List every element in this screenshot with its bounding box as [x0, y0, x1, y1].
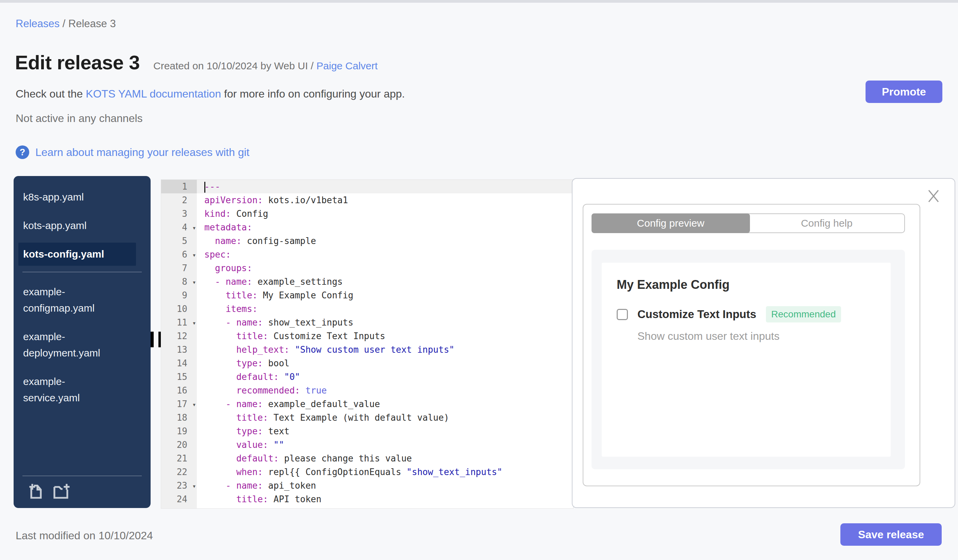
- sidebar-file-example-deployment.yaml[interactable]: example-deployment.yaml: [14, 325, 129, 365]
- code-line[interactable]: 16 recommended: true: [161, 384, 573, 397]
- line-number: 8▾: [161, 275, 197, 288]
- code-line[interactable]: 11▾ - name: show_text_inputs: [161, 316, 573, 329]
- line-number: 7: [161, 261, 197, 275]
- customize-text-inputs-checkbox[interactable]: [617, 309, 628, 320]
- code-text: ---: [197, 180, 573, 193]
- code-line[interactable]: 22 when: repl{{ ConfigOptionEquals "show…: [161, 465, 573, 479]
- add-folder-icon[interactable]: [53, 483, 71, 500]
- tab-config-help[interactable]: Config help: [749, 214, 904, 233]
- fold-arrow-icon[interactable]: ▾: [192, 221, 196, 234]
- line-number: 15: [161, 370, 197, 384]
- code-line[interactable]: 13 help_text: "Show custom user text inp…: [161, 343, 573, 356]
- code-text: help_text: "Show custom user text inputs…: [197, 343, 573, 356]
- code-line[interactable]: 24 title: API token: [161, 492, 573, 506]
- sidebar-file-kots-app.yaml[interactable]: kots-app.yaml: [14, 214, 129, 237]
- code-line[interactable]: 4▾metadata:: [161, 220, 573, 234]
- code-line[interactable]: 20 value: "": [161, 438, 573, 452]
- code-text: name: config-sample: [197, 234, 573, 248]
- code-line[interactable]: 23▾ - name: api_token: [161, 479, 573, 492]
- line-number: 20: [161, 438, 197, 452]
- code-line[interactable]: 3kind: Config: [161, 207, 573, 220]
- fold-arrow-icon[interactable]: ▾: [192, 316, 196, 330]
- code-line[interactable]: 12 title: Customize Text Inputs: [161, 329, 573, 343]
- line-number: 16: [161, 384, 197, 397]
- created-author-link[interactable]: Paige Calvert: [317, 60, 378, 71]
- config-item-label: Customize Text Inputs: [638, 308, 757, 321]
- fold-arrow-icon[interactable]: ▾: [192, 479, 196, 493]
- code-line[interactable]: 6▾spec:: [161, 248, 573, 261]
- code-line[interactable]: 8▾ - name: example_settings: [161, 275, 573, 288]
- line-number: 24: [161, 492, 197, 506]
- breadcrumb-releases-link[interactable]: Releases: [16, 18, 59, 30]
- breadcrumb-current: Release 3: [68, 18, 116, 30]
- line-number: 11▾: [161, 316, 197, 329]
- sidebar-bottom-divider: [22, 476, 142, 476]
- preview-tabs: Config preview Config help: [592, 214, 905, 233]
- code-line[interactable]: 17▾ - name: example_default_value: [161, 397, 573, 411]
- sidebar-file-example-service.yaml[interactable]: example-service.yaml: [14, 370, 129, 410]
- config-group-card: My Example Config Customize Text Inputs …: [602, 263, 891, 457]
- code-line[interactable]: 21 default: please change this value: [161, 452, 573, 465]
- code-line[interactable]: 2apiVersion: kots.io/v1beta1: [161, 193, 573, 207]
- code-line[interactable]: 19 type: text: [161, 424, 573, 438]
- code-text: - name: show_text_inputs: [197, 316, 573, 329]
- line-number: 18: [161, 411, 197, 424]
- code-text: - name: example_default_value: [197, 397, 573, 411]
- line-number: 5: [161, 234, 197, 248]
- sidebar-file-example-configmap.yaml[interactable]: example-configmap.yaml: [14, 280, 129, 320]
- code-line[interactable]: 1---: [161, 180, 573, 193]
- top-border-strip: [0, 0, 958, 3]
- line-number: 12: [161, 329, 197, 343]
- line-number: 3: [161, 207, 197, 220]
- close-icon[interactable]: [926, 188, 941, 203]
- sidebar-file-k8s-app.yaml[interactable]: k8s-app.yaml: [14, 185, 129, 209]
- config-preview-panel: Config preview Config help My Example Co…: [572, 178, 955, 508]
- code-text: type: password: [197, 506, 573, 509]
- code-text: apiVersion: kots.io/v1beta1: [197, 193, 573, 207]
- fold-arrow-icon[interactable]: ▾: [192, 248, 196, 262]
- line-number: 17▾: [161, 397, 197, 411]
- fold-arrow-icon[interactable]: ▾: [192, 275, 196, 289]
- line-number: 10: [161, 302, 197, 316]
- code-text: recommended: true: [197, 384, 573, 397]
- release-editor-area: k8s-app.yamlkots-app.yamlkots-config.yam…: [14, 176, 944, 509]
- fold-arrow-icon[interactable]: ▾: [192, 397, 196, 411]
- code-text: default: please change this value: [197, 452, 573, 465]
- line-number: 4▾: [161, 220, 197, 234]
- git-releases-link[interactable]: Learn about managing your releases with …: [35, 146, 249, 159]
- created-text: Created on 10/10/2024 by Web UI /: [153, 60, 317, 71]
- code-text: default: "0": [197, 370, 573, 384]
- line-number: 2: [161, 193, 197, 207]
- breadcrumb-separator: /: [59, 18, 68, 30]
- code-line[interactable]: 15 default: "0": [161, 370, 573, 384]
- config-preview-surface: My Example Config Customize Text Inputs …: [592, 250, 905, 469]
- code-line[interactable]: 18 title: Text Example (with default val…: [161, 411, 573, 424]
- code-text: kind: Config: [197, 207, 573, 220]
- line-number: 25: [161, 506, 197, 509]
- code-line[interactable]: 9 title: My Example Config: [161, 288, 573, 302]
- kots-yaml-doc-link[interactable]: KOTS YAML documentation: [86, 88, 221, 100]
- code-line[interactable]: 14 type: bool: [161, 356, 573, 370]
- promote-button[interactable]: Promote: [866, 81, 942, 103]
- code-text: when: repl{{ ConfigOptionEquals "show_te…: [197, 465, 573, 479]
- code-text: title: Text Example (with default value): [197, 411, 573, 424]
- code-line[interactable]: 10 items:: [161, 302, 573, 316]
- config-item-help-text: Show custom user text inputs: [638, 330, 780, 343]
- created-info: Created on 10/10/2024 by Web UI / Paige …: [153, 60, 378, 72]
- code-editor[interactable]: 1---2apiVersion: kots.io/v1beta13kind: C…: [161, 179, 574, 509]
- code-line[interactable]: 7 groups:: [161, 261, 573, 275]
- code-text: title: My Example Config: [197, 288, 573, 302]
- code-line[interactable]: 25 type: password: [161, 506, 573, 509]
- code-line[interactable]: 5 name: config-sample: [161, 234, 573, 248]
- add-file-icon[interactable]: [29, 483, 44, 500]
- channel-status: Not active in any channels: [16, 112, 143, 125]
- page-title: Edit release 3: [15, 51, 140, 74]
- sidebar-file-kots-config.yaml[interactable]: kots-config.yaml: [18, 243, 136, 266]
- last-modified-text: Last modified on 10/10/2024: [16, 530, 153, 542]
- line-number: 9: [161, 288, 197, 302]
- code-text: groups:: [197, 261, 573, 275]
- line-number: 14: [161, 356, 197, 370]
- save-release-button[interactable]: Save release: [841, 523, 942, 546]
- tab-config-preview[interactable]: Config preview: [592, 214, 750, 233]
- code-text: spec:: [197, 248, 573, 261]
